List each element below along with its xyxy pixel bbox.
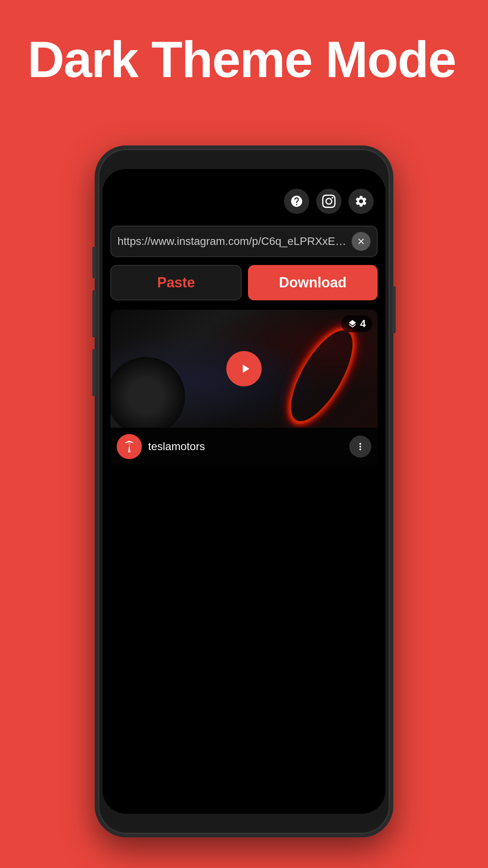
volume-up-button [92, 247, 96, 278]
phone-container: https://www.instagram.com/p/C6q_eLPRXxE/… [95, 145, 393, 837]
username: teslamotors [148, 440, 205, 453]
play-icon [238, 362, 252, 376]
multi-badge: 4 [341, 315, 372, 332]
more-options-button[interactable] [349, 436, 371, 458]
help-icon [290, 195, 303, 208]
top-icons-bar [110, 189, 378, 214]
help-button[interactable] [284, 189, 309, 214]
url-clear-button[interactable] [352, 232, 371, 251]
mute-button [92, 349, 96, 396]
tesla-logo-icon [122, 440, 136, 454]
instagram-icon [322, 195, 336, 208]
page-title: Dark Theme Mode [28, 31, 460, 88]
media-card: 4 [110, 310, 378, 465]
phone-notch [213, 169, 275, 183]
close-icon [356, 237, 366, 246]
user-avatar [117, 434, 142, 459]
app-content: https://www.instagram.com/p/C6q_eLPRXxE/… [103, 169, 385, 814]
instagram-button[interactable] [316, 189, 341, 214]
url-input-bar[interactable]: https://www.instagram.com/p/C6q_eLPRXxE/… [110, 226, 378, 257]
url-text: https://www.instagram.com/p/C6q_eLPRXxE/… [117, 235, 348, 248]
download-button[interactable]: Download [248, 265, 378, 300]
media-thumbnail: 4 [110, 310, 378, 428]
user-info: teslamotors [117, 434, 205, 459]
power-button [392, 286, 396, 333]
badge-count: 4 [360, 318, 366, 330]
play-button[interactable] [226, 351, 262, 386]
paste-button[interactable]: Paste [110, 265, 242, 300]
more-dots-icon [355, 441, 366, 452]
phone-screen: https://www.instagram.com/p/C6q_eLPRXxE/… [103, 169, 385, 814]
action-buttons: Paste Download [110, 265, 378, 300]
layers-icon [348, 319, 357, 329]
volume-down-button [92, 290, 96, 337]
settings-button[interactable] [349, 189, 374, 214]
settings-icon [354, 195, 368, 208]
card-bottom: teslamotors [110, 428, 378, 465]
